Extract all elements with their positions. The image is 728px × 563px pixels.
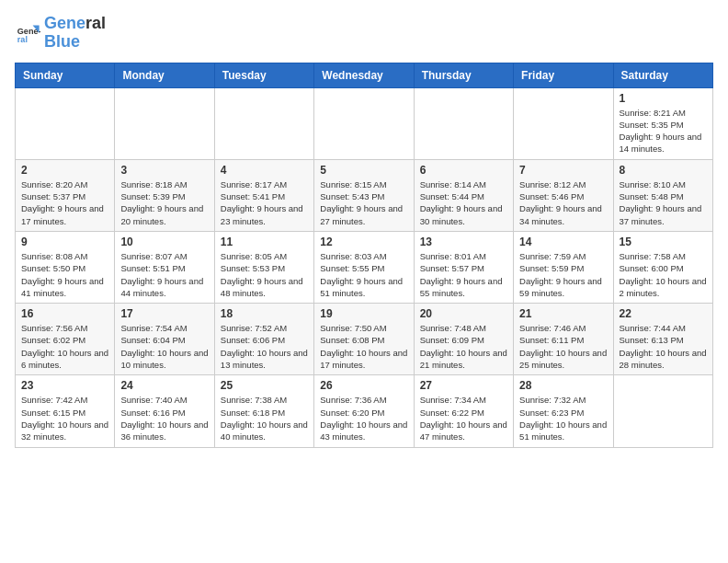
calendar-cell: 7Sunrise: 8:12 AM Sunset: 5:46 PM Daylig… [514, 159, 613, 231]
day-info: Sunrise: 8:05 AM Sunset: 5:53 PM Dayligh… [221, 250, 308, 299]
day-number: 24 [120, 379, 208, 392]
calendar-cell: 27Sunrise: 7:34 AM Sunset: 6:22 PM Dayli… [414, 375, 513, 447]
calendar-cell [613, 375, 712, 447]
day-info: Sunrise: 8:03 AM Sunset: 5:55 PM Dayligh… [320, 250, 407, 299]
calendar-week-4: 16Sunrise: 7:56 AM Sunset: 6:02 PM Dayli… [16, 304, 713, 375]
calendar-week-2: 2Sunrise: 8:20 AM Sunset: 5:37 PM Daylig… [16, 159, 713, 231]
day-info: Sunrise: 7:50 AM Sunset: 6:08 PM Dayligh… [320, 322, 407, 371]
day-info: Sunrise: 7:46 AM Sunset: 6:11 PM Dayligh… [519, 322, 607, 371]
day-number: 8 [620, 164, 707, 177]
day-info: Sunrise: 7:36 AM Sunset: 6:20 PM Dayligh… [320, 394, 407, 442]
day-info: Sunrise: 7:54 AM Sunset: 6:04 PM Dayligh… [120, 322, 208, 371]
calendar-cell: 16Sunrise: 7:56 AM Sunset: 6:02 PM Dayli… [16, 304, 115, 375]
calendar-cell: 15Sunrise: 7:58 AM Sunset: 6:00 PM Dayli… [613, 231, 712, 303]
day-number: 21 [519, 307, 607, 320]
day-number: 17 [120, 307, 208, 320]
page-header: Gene- ral General Blue [15, 15, 713, 52]
day-info: Sunrise: 8:20 AM Sunset: 5:37 PM Dayligh… [21, 178, 108, 227]
day-number: 5 [320, 164, 407, 177]
day-number: 28 [519, 379, 607, 392]
calendar-cell: 8Sunrise: 8:10 AM Sunset: 5:48 PM Daylig… [613, 159, 712, 231]
day-info: Sunrise: 7:48 AM Sunset: 6:09 PM Dayligh… [420, 322, 507, 371]
calendar-cell: 20Sunrise: 7:48 AM Sunset: 6:09 PM Dayli… [414, 304, 513, 375]
calendar-cell: 2Sunrise: 8:20 AM Sunset: 5:37 PM Daylig… [16, 159, 115, 231]
day-number: 18 [221, 307, 308, 320]
day-info: Sunrise: 7:40 AM Sunset: 6:16 PM Dayligh… [120, 394, 208, 442]
calendar-table: SundayMondayTuesdayWednesdayThursdayFrid… [15, 63, 713, 448]
calendar-cell: 6Sunrise: 8:14 AM Sunset: 5:44 PM Daylig… [414, 159, 513, 231]
calendar-cell: 11Sunrise: 8:05 AM Sunset: 5:53 PM Dayli… [214, 231, 313, 303]
day-info: Sunrise: 8:12 AM Sunset: 5:46 PM Dayligh… [519, 178, 607, 227]
calendar-cell [514, 87, 613, 159]
calendar-cell: 22Sunrise: 7:44 AM Sunset: 6:13 PM Dayli… [613, 304, 712, 375]
day-number: 19 [320, 307, 407, 320]
calendar-week-3: 9Sunrise: 8:08 AM Sunset: 5:50 PM Daylig… [16, 231, 713, 303]
logo-text-line2: Blue [44, 33, 106, 52]
calendar-cell [214, 87, 313, 159]
logo: Gene- ral General Blue [15, 15, 106, 52]
calendar-cell: 12Sunrise: 8:03 AM Sunset: 5:55 PM Dayli… [314, 231, 414, 303]
day-info: Sunrise: 8:18 AM Sunset: 5:39 PM Dayligh… [120, 178, 208, 227]
calendar-cell [414, 87, 513, 159]
day-number: 22 [620, 307, 707, 320]
calendar-week-1: 1Sunrise: 8:21 AM Sunset: 5:35 PM Daylig… [16, 87, 713, 159]
day-info: Sunrise: 7:59 AM Sunset: 5:59 PM Dayligh… [519, 250, 607, 299]
calendar-cell: 19Sunrise: 7:50 AM Sunset: 6:08 PM Dayli… [314, 304, 414, 375]
weekday-header-monday: Monday [115, 63, 214, 87]
calendar-week-5: 23Sunrise: 7:42 AM Sunset: 6:15 PM Dayli… [16, 375, 713, 447]
weekday-header-sunday: Sunday [16, 63, 115, 87]
day-number: 23 [21, 379, 108, 392]
day-number: 6 [420, 164, 507, 177]
logo-icon: Gene- ral [15, 20, 40, 46]
day-number: 9 [21, 236, 108, 248]
day-number: 15 [620, 236, 707, 248]
calendar-cell: 10Sunrise: 8:07 AM Sunset: 5:51 PM Dayli… [115, 231, 214, 303]
day-number: 11 [221, 236, 308, 248]
day-info: Sunrise: 8:15 AM Sunset: 5:43 PM Dayligh… [320, 178, 407, 227]
calendar-cell: 26Sunrise: 7:36 AM Sunset: 6:20 PM Dayli… [314, 375, 414, 447]
calendar-cell: 13Sunrise: 8:01 AM Sunset: 5:57 PM Dayli… [414, 231, 513, 303]
day-info: Sunrise: 7:42 AM Sunset: 6:15 PM Dayligh… [21, 394, 108, 442]
day-number: 10 [120, 236, 208, 248]
day-info: Sunrise: 8:10 AM Sunset: 5:48 PM Dayligh… [620, 178, 707, 227]
calendar-cell: 28Sunrise: 7:32 AM Sunset: 6:23 PM Dayli… [514, 375, 613, 447]
day-info: Sunrise: 8:01 AM Sunset: 5:57 PM Dayligh… [420, 250, 507, 299]
day-info: Sunrise: 7:58 AM Sunset: 6:00 PM Dayligh… [620, 250, 707, 299]
day-info: Sunrise: 7:52 AM Sunset: 6:06 PM Dayligh… [221, 322, 308, 371]
day-number: 12 [320, 236, 407, 248]
day-info: Sunrise: 7:56 AM Sunset: 6:02 PM Dayligh… [21, 322, 108, 371]
day-info: Sunrise: 8:14 AM Sunset: 5:44 PM Dayligh… [420, 178, 507, 227]
calendar-cell: 14Sunrise: 7:59 AM Sunset: 5:59 PM Dayli… [514, 231, 613, 303]
day-number: 25 [221, 379, 308, 392]
day-info: Sunrise: 8:21 AM Sunset: 5:35 PM Dayligh… [620, 107, 707, 155]
day-info: Sunrise: 8:17 AM Sunset: 5:41 PM Dayligh… [221, 178, 308, 227]
calendar-cell: 5Sunrise: 8:15 AM Sunset: 5:43 PM Daylig… [314, 159, 414, 231]
day-info: Sunrise: 8:08 AM Sunset: 5:50 PM Dayligh… [21, 250, 108, 299]
day-number: 16 [21, 307, 108, 320]
weekday-header-wednesday: Wednesday [314, 63, 414, 87]
weekday-header-tuesday: Tuesday [214, 63, 313, 87]
calendar-cell [16, 87, 115, 159]
day-number: 13 [420, 236, 507, 248]
day-number: 27 [420, 379, 507, 392]
day-number: 26 [320, 379, 407, 392]
day-number: 14 [519, 236, 607, 248]
day-number: 4 [221, 164, 308, 177]
calendar-cell [314, 87, 414, 159]
day-number: 2 [21, 164, 108, 177]
calendar-cell: 18Sunrise: 7:52 AM Sunset: 6:06 PM Dayli… [214, 304, 313, 375]
svg-text:ral: ral [17, 35, 28, 44]
day-number: 7 [519, 164, 607, 177]
calendar-cell: 25Sunrise: 7:38 AM Sunset: 6:18 PM Dayli… [214, 375, 313, 447]
calendar-cell: 4Sunrise: 8:17 AM Sunset: 5:41 PM Daylig… [214, 159, 313, 231]
day-number: 20 [420, 307, 507, 320]
calendar-header-row: SundayMondayTuesdayWednesdayThursdayFrid… [16, 63, 713, 87]
day-info: Sunrise: 7:38 AM Sunset: 6:18 PM Dayligh… [221, 394, 308, 442]
calendar-cell [115, 87, 214, 159]
day-number: 3 [120, 164, 208, 177]
calendar-cell: 24Sunrise: 7:40 AM Sunset: 6:16 PM Dayli… [115, 375, 214, 447]
weekday-header-friday: Friday [514, 63, 613, 87]
day-info: Sunrise: 7:34 AM Sunset: 6:22 PM Dayligh… [420, 394, 507, 442]
calendar-cell: 17Sunrise: 7:54 AM Sunset: 6:04 PM Dayli… [115, 304, 214, 375]
weekday-header-thursday: Thursday [414, 63, 513, 87]
